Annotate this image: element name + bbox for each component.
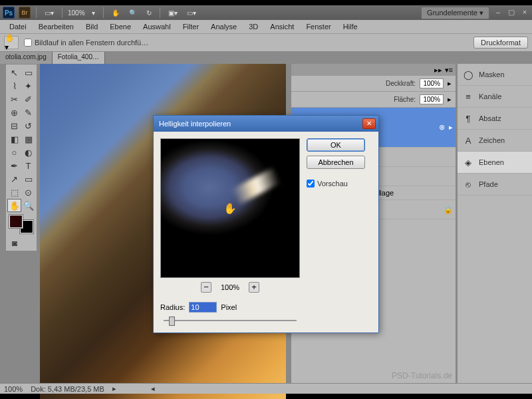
paths-icon: ⎋	[463, 179, 473, 190]
move-tool[interactable]: ↖	[7, 66, 21, 79]
interpolate-brightness-dialog: Helligkeit interpolieren ✕ ✋ − 100% + Ra…	[153, 115, 379, 333]
fill-label: Fläche:	[394, 96, 416, 103]
hand-cursor-icon: ✋	[223, 202, 237, 215]
workarea: otolia.com.jpg Fotolia_400… ↖▭ ⌇✦ ✂✐ ⊕✎ …	[0, 52, 532, 394]
workspace-dropdown[interactable]: Grundelemente ▾	[421, 7, 489, 19]
options-bar: ✋▾ Bildlauf in allen Fenstern durchfü… D…	[0, 33, 532, 52]
maximize-icon[interactable]: ▢	[507, 8, 516, 17]
path-tool[interactable]: ↗	[7, 172, 21, 186]
preview-zoom: 100%	[221, 283, 239, 291]
tab-pfade[interactable]: ⎋Pfade	[458, 174, 532, 196]
zoom-display[interactable]: 100%	[68, 9, 85, 17]
minimize-icon[interactable]: –	[493, 8, 503, 17]
zoom-out-button[interactable]: −	[201, 282, 211, 293]
lock-icon: 🔒	[444, 205, 453, 214]
character-icon: A	[463, 135, 473, 146]
eraser-tool[interactable]: ◧	[7, 132, 21, 146]
zoom-in-button[interactable]: +	[249, 282, 259, 293]
opacity-label: Deckkraft:	[386, 80, 416, 87]
tab-ebenen[interactable]: ◈Ebenen	[458, 152, 532, 174]
radius-unit: Pixel	[221, 303, 237, 311]
menu-ebene[interactable]: Ebene	[104, 21, 136, 32]
zoom-tool[interactable]: 🔍	[21, 199, 35, 212]
view-dropdown[interactable]: ▭▾	[42, 8, 57, 18]
dialog-close-icon[interactable]: ✕	[362, 118, 376, 129]
crop-tool[interactable]: ✂	[7, 92, 21, 106]
eyedropper-tool[interactable]: ✐	[21, 92, 35, 106]
menu-ansicht[interactable]: Ansicht	[265, 21, 299, 32]
heal-tool[interactable]: ⊕	[7, 106, 21, 119]
menubar: Datei Bearbeiten Bild Ebene Auswahl Filt…	[0, 20, 532, 33]
arrange-dropdown[interactable]: ▣▾	[166, 8, 180, 18]
stamp-tool[interactable]: ⊟	[7, 119, 21, 132]
quickmask-toggle[interactable]: ◙	[7, 236, 22, 249]
radius-slider[interactable]	[164, 315, 297, 326]
history-brush-tool[interactable]: ↺	[21, 119, 35, 132]
dialog-titlebar[interactable]: Helligkeit interpolieren ✕	[154, 116, 378, 132]
menu-auswahl[interactable]: Auswahl	[138, 21, 176, 32]
radius-label: Radius:	[160, 303, 185, 311]
menu-filter[interactable]: Filter	[178, 21, 204, 32]
mask-icon: ◯	[463, 69, 473, 80]
panel-options-icon[interactable]: ▾≡	[445, 66, 453, 74]
toolbox: ↖▭ ⌇✦ ✂✐ ⊕✎ ⊟↺ ◧▦ ○◐ ✒T ↗▭ ⬚⊙ ✋🔍 ◙	[5, 64, 37, 251]
ps-logo-icon[interactable]: Ps	[3, 7, 15, 19]
close-icon[interactable]: ×	[520, 8, 529, 17]
color-swatches[interactable]	[9, 215, 33, 233]
3d-tool[interactable]: ⬚	[7, 186, 21, 199]
pen-tool[interactable]: ✒	[7, 159, 21, 172]
current-tool-icon[interactable]: ✋▾	[4, 36, 19, 49]
menu-fenster[interactable]: Fenster	[301, 21, 336, 32]
zoom-tool-icon[interactable]: 🔍	[126, 8, 140, 18]
doc-tab-0[interactable]: otolia.com.jpg	[0, 52, 53, 64]
hand-tool-icon[interactable]: ✋	[109, 8, 122, 18]
tab-kanaele[interactable]: ≡Kanäle	[458, 86, 532, 108]
menu-3d[interactable]: 3D	[243, 21, 263, 32]
link-icon[interactable]: ⊗	[439, 123, 445, 132]
tab-absatz[interactable]: ¶Absatz	[458, 108, 532, 130]
status-doc: Dok: 5,43 MB/23,5 MB	[31, 385, 104, 393]
menu-bearbeiten[interactable]: Bearbeiten	[33, 21, 79, 32]
opacity-value[interactable]: 100%	[420, 78, 444, 88]
fill-value[interactable]: 100%	[420, 94, 444, 104]
statusbar: 100% Dok: 5,43 MB/23,5 MB▸ ◂	[0, 383, 532, 394]
menu-bild[interactable]: Bild	[80, 21, 103, 32]
blur-tool[interactable]: ○	[7, 146, 21, 159]
menu-hilfe[interactable]: Hilfe	[338, 21, 363, 32]
bridge-logo-icon[interactable]: Br	[19, 7, 31, 19]
layers-icon: ◈	[463, 157, 473, 168]
hand-tool[interactable]: ✋	[7, 199, 21, 212]
watermark: PSD-Tutorials.de	[392, 371, 452, 380]
print-format-button[interactable]: Druckformat	[473, 37, 528, 49]
panel-tabs: ◯Masken ≡Kanäle ¶Absatz AZeichen ◈Ebenen…	[457, 64, 532, 383]
shape-tool[interactable]: ▭	[21, 172, 35, 186]
menu-analyse[interactable]: Analyse	[205, 21, 242, 32]
preview-area[interactable]: ✋	[160, 138, 300, 278]
lasso-tool[interactable]: ⌇	[7, 79, 21, 92]
screen-dropdown[interactable]: ▭▾	[184, 8, 199, 18]
dodge-tool[interactable]: ◐	[21, 146, 35, 159]
gradient-tool[interactable]: ▦	[21, 132, 35, 146]
status-zoom[interactable]: 100%	[4, 385, 23, 393]
marquee-tool[interactable]: ▭	[21, 66, 35, 79]
rotate-tool-icon[interactable]: ↻	[144, 8, 154, 18]
menu-datei[interactable]: Datei	[4, 21, 32, 32]
titlebar: Ps Br ▭▾ 100% ▾ ✋ 🔍 ↻ ▣▾ ▭▾ Grundelement…	[0, 5, 532, 20]
panel-menu-icon[interactable]: ▸▸	[434, 66, 442, 74]
doc-tab-1[interactable]: Fotolia_400…	[53, 52, 105, 64]
tab-masken[interactable]: ◯Masken	[458, 64, 532, 86]
type-tool[interactable]: T	[21, 159, 35, 172]
dialog-title: Helligkeit interpolieren	[156, 120, 362, 128]
wand-tool[interactable]: ✦	[21, 79, 35, 92]
3d-camera-tool[interactable]: ⊙	[21, 186, 35, 199]
scroll-all-checkbox[interactable]: Bildlauf in allen Fenstern durchfü…	[24, 39, 148, 47]
brush-tool[interactable]: ✎	[21, 106, 35, 119]
app-window: Ps Br ▭▾ 100% ▾ ✋ 🔍 ↻ ▣▾ ▭▾ Grundelement…	[0, 5, 532, 394]
preview-checkbox[interactable]: Vorschau	[307, 180, 365, 188]
paragraph-icon: ¶	[463, 113, 473, 124]
cancel-button[interactable]: Abbrechen	[307, 156, 365, 169]
tab-zeichen[interactable]: AZeichen	[458, 130, 532, 152]
document-tabs: otolia.com.jpg Fotolia_400…	[0, 52, 532, 64]
radius-input[interactable]	[189, 302, 217, 313]
ok-button[interactable]: OK	[307, 138, 365, 152]
